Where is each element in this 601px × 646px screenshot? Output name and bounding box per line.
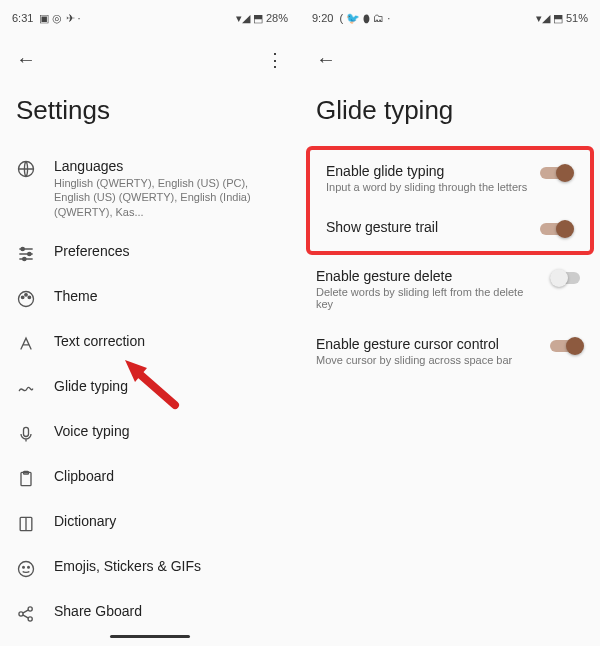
palette-icon: [16, 289, 36, 309]
toggle-cursor-control[interactable]: Enable gesture cursor control Move curso…: [300, 323, 600, 379]
sidebar-item-dictionary[interactable]: Dictionary: [0, 501, 300, 546]
toggle-label: Enable gesture delete: [316, 268, 540, 284]
item-label: Emojis, Stickers & GIFs: [54, 558, 284, 574]
phone-left: 6:31 ▣ ◎ ✈ · ▾◢ ⬒ 28% ← ⋮ Settings Langu…: [0, 0, 300, 646]
svg-point-12: [19, 561, 34, 576]
status-right: ▾◢ ⬒ 28%: [236, 12, 288, 25]
svg-point-1: [21, 247, 24, 250]
svg-point-13: [23, 566, 25, 568]
sliders-icon: [16, 244, 36, 264]
toggle-gesture-delete[interactable]: Enable gesture delete Delete words by sl…: [300, 255, 600, 323]
svg-point-2: [28, 252, 31, 255]
status-icons: ▣ ◎ ✈ ·: [39, 12, 80, 25]
toggle-sub: Move cursor by sliding across space bar: [316, 354, 540, 366]
menu-button[interactable]: ⋮: [266, 49, 284, 71]
status-right: ▾◢ ⬒ 51%: [536, 12, 588, 25]
toggle-sub: Input a word by sliding through the lett…: [326, 181, 530, 193]
item-label: Share Gboard: [54, 603, 284, 619]
sidebar-item-text-correction[interactable]: Text correction: [0, 321, 300, 366]
status-bar: 9:20 ( 🐦 ⬮ 🗂 · ▾◢ ⬒ 51%: [300, 6, 600, 30]
item-label: Dictionary: [54, 513, 284, 529]
item-sub: Hinglish (QWERTY), English (US) (PC), En…: [54, 176, 284, 219]
status-icons: ( 🐦 ⬮ 🗂 ·: [339, 12, 390, 25]
item-label: Glide typing: [54, 378, 284, 394]
annotation-highlight: Enable glide typing Input a word by slid…: [306, 146, 594, 255]
text-icon: [16, 334, 36, 354]
share-icon: [16, 604, 36, 624]
svg-point-14: [28, 566, 30, 568]
toggle-gesture-trail[interactable]: Show gesture trail: [310, 206, 590, 251]
toggle-label: Enable glide typing: [326, 163, 530, 179]
back-button[interactable]: ←: [16, 48, 36, 71]
page-title: Settings: [0, 81, 300, 146]
sidebar-item-glide-typing[interactable]: Glide typing: [0, 366, 300, 411]
status-time: 9:20: [312, 12, 333, 24]
toggle-enable-glide[interactable]: Enable glide typing Input a word by slid…: [310, 150, 590, 206]
mic-icon: [16, 424, 36, 444]
sidebar-item-clipboard[interactable]: Clipboard: [0, 456, 300, 501]
svg-point-5: [21, 296, 24, 299]
sidebar-item-languages[interactable]: Languages Hinglish (QWERTY), English (US…: [0, 146, 300, 231]
page-title: Glide typing: [300, 81, 600, 146]
item-label: Voice typing: [54, 423, 284, 439]
home-indicator[interactable]: [110, 635, 190, 638]
switch[interactable]: [550, 269, 584, 287]
gesture-icon: [16, 379, 36, 399]
back-button[interactable]: ←: [316, 48, 336, 71]
sidebar-item-emojis[interactable]: Emojis, Stickers & GIFs: [0, 546, 300, 591]
sidebar-item-share[interactable]: Share Gboard: [0, 591, 300, 636]
clipboard-icon: [16, 469, 36, 489]
phone-right: 9:20 ( 🐦 ⬮ 🗂 · ▾◢ ⬒ 51% ← Glide typing E…: [300, 0, 600, 646]
status-time: 6:31: [12, 12, 33, 24]
switch[interactable]: [540, 220, 574, 238]
svg-point-6: [25, 293, 28, 296]
item-label: Theme: [54, 288, 284, 304]
toggle-sub: Delete words by sliding left from the de…: [316, 286, 540, 310]
svg-point-7: [28, 296, 31, 299]
svg-point-3: [23, 257, 26, 260]
emoji-icon: [16, 559, 36, 579]
item-label: Languages: [54, 158, 284, 174]
svg-rect-8: [24, 427, 29, 436]
toggle-label: Show gesture trail: [326, 219, 530, 235]
item-label: Text correction: [54, 333, 284, 349]
globe-icon: [16, 159, 36, 179]
switch[interactable]: [550, 337, 584, 355]
sidebar-item-voice-typing[interactable]: Voice typing: [0, 411, 300, 456]
item-label: Preferences: [54, 243, 284, 259]
sidebar-item-preferences[interactable]: Preferences: [0, 231, 300, 276]
book-icon: [16, 514, 36, 534]
sidebar-item-theme[interactable]: Theme: [0, 276, 300, 321]
item-label: Clipboard: [54, 468, 284, 484]
toggle-label: Enable gesture cursor control: [316, 336, 540, 352]
status-bar: 6:31 ▣ ◎ ✈ · ▾◢ ⬒ 28%: [0, 6, 300, 30]
switch[interactable]: [540, 164, 574, 182]
